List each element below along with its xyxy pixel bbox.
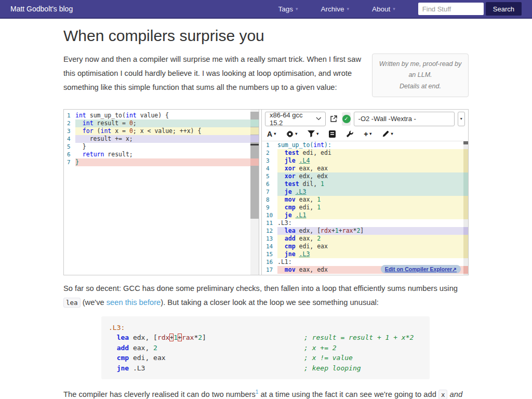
line-number: 17 [262,266,277,274]
line-number: 6 [262,180,277,188]
text-segment: at a time using the fact it can see we'r… [258,390,438,398]
code-token [292,188,296,195]
compiler-options-input[interactable] [354,112,455,126]
source-editor-pane[interactable]: 1int sum_up_to(int value) {2 int result … [64,110,259,275]
code-token: return [83,151,104,158]
code-token: eax, [296,196,317,203]
chevron-down-icon: ▾ [369,131,371,136]
line-number: 5 [262,172,277,180]
label-link[interactable]: .L1 [296,211,307,219]
code-token: jne [117,364,129,372]
line-number: 9 [262,204,277,211]
options-dropdown-button[interactable]: ▾ [458,112,465,126]
chevron-down-icon: ▾ [347,6,349,11]
code-token: 1 [317,204,321,211]
ruler-mark [463,227,468,235]
ruler-mark [250,119,259,127]
label-link[interactable]: .L3 [296,188,307,195]
text-segment: and [450,390,463,398]
ruler-mark [250,158,259,166]
code-line: 7} [64,158,259,166]
code-token: 1 [317,196,321,203]
code-line: 8 mov eax, 1 [262,196,468,204]
intro-paragraph: Every now and then a compiler will surpr… [63,52,363,95]
code-token: lea [285,227,296,234]
settings-gear-button[interactable]: ▾ [286,130,297,138]
nav-item-about[interactable]: About ▾ [372,5,395,13]
compile-status-badge[interactable]: ✓ [342,112,350,126]
share-button[interactable]: ▾ [382,130,393,138]
line-number: 7 [262,188,277,196]
line-number: 7 [64,158,75,166]
filter-button[interactable]: ▾ [308,130,318,137]
code-token: 1 [321,180,324,188]
line-number: 6 [64,151,75,158]
code-token: sum_up_to( [277,141,313,149]
code-token [277,149,285,156]
code-token [75,127,83,135]
code-token: rdx [321,227,331,234]
code-token: lea [117,334,129,341]
code-token [277,243,285,250]
code-token: mov [285,266,296,273]
code-token: edx, [ [296,227,321,234]
code-token: rax [342,227,353,234]
asm-comment: ; result = result + 1 + x*2 [304,332,414,343]
code-line: 11.L3: [262,219,468,227]
code-line: 12 lea edx, [rdx+1+rax*2] [262,227,468,235]
assembly-scrollbar[interactable] [463,141,468,275]
code-token [109,334,117,341]
assembly-code: 1sum_up_to(int):2 test edi, edi3 jle .L4… [262,141,468,274]
code-token: ; [133,119,137,127]
line-number: 1 [262,141,277,149]
code-token: cmp [285,204,296,211]
code-token [296,157,299,164]
line-number: 5 [64,143,75,151]
code-line: 3 jle .L4 [262,157,468,165]
code-token: ] [202,334,206,341]
code-line: 15 jne .L3 [262,250,468,258]
code-token: .L1: [277,258,292,265]
source-scrollbar[interactable] [250,110,259,275]
nav-item-archive[interactable]: Archive ▾ [321,5,349,13]
code-line: .L3: [109,323,422,333]
open-external-icon[interactable] [329,114,339,124]
ruler-mark [250,144,259,145]
tools-wrench-button[interactable] [346,130,353,138]
text-segment: ). But taking a closer look at the loop … [161,298,379,307]
assembly-output[interactable]: 1sum_up_to(int):2 test edi, edi3 jle .L4… [262,141,468,275]
pen-icon [382,130,389,138]
label-link[interactable]: .L4 [299,157,310,164]
libraries-button[interactable] [329,130,336,138]
code-token: je [285,188,292,195]
code-token: result += x; [75,135,133,142]
nav-item-tags[interactable]: Tags ▾ [278,5,298,13]
ruler-mark [463,266,468,274]
code-line: 5 xor edx, edx [262,172,468,180]
line-number: 4 [64,135,75,143]
font-size-button[interactable]: A▾ [267,130,276,138]
code-token: } [75,158,79,166]
inline-code: x [438,390,448,399]
code-token: eax, eax [296,165,328,172]
edit-on-compiler-explorer-link[interactable]: Edit on Compiler Explorer↗ [381,265,461,273]
add-pane-button[interactable]: +▾ [364,130,371,138]
compiler-select[interactable]: x86-64 gcc 15.2 [265,112,326,126]
inline-code: lea [63,298,81,308]
author-note-line: Written by me, proof-read by an LLM. [378,59,463,81]
code-line: 6 test dil, 1 [262,180,468,188]
inline-link[interactable]: seen this before [107,298,161,307]
code-token [277,157,285,164]
line-number: 4 [262,165,277,172]
output-toolbar: A▾ ▾ ▾ +▾ ▾ [262,128,468,141]
code-token: add [117,344,129,352]
search-button[interactable]: Search [486,2,522,16]
external-link-icon: ↗ [452,266,457,272]
label-link[interactable]: .L3 [299,250,310,258]
ruler-mark [463,235,468,258]
search-input[interactable] [418,3,484,15]
asm-comment: ; x != value [304,353,353,363]
line-number: 3 [262,157,277,165]
code-token: 1 [174,334,178,341]
blog-brand[interactable]: Matt Godbolt's blog [10,5,73,13]
